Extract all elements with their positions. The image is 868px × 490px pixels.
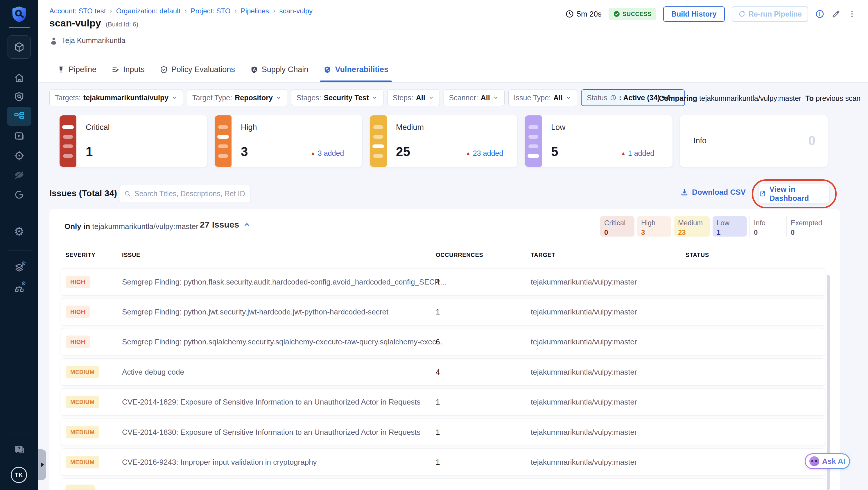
- search-input[interactable]: [134, 189, 245, 198]
- build-duration: 5m 20s: [565, 9, 601, 19]
- chip-low-value: 1: [717, 228, 720, 236]
- chip-high[interactable]: High 3: [637, 216, 671, 237]
- sidebar-item-settings[interactable]: ⚙: [0, 225, 38, 238]
- triggered-by-user: Teja Kummarikuntla: [50, 36, 125, 45]
- chip-critical-label: Critical: [604, 219, 630, 227]
- chevron-up-icon: [243, 221, 251, 228]
- low-severity-rail-icon: [525, 115, 542, 167]
- chevron-down-icon: [428, 94, 434, 101]
- edit-pipeline-icon[interactable]: [831, 9, 841, 19]
- chip-low-label: Low: [717, 219, 743, 227]
- table-row[interactable]: MEDIUM CVE-2014-1830: Exposure of Sensit…: [61, 419, 825, 446]
- breadcrumb-current-pipeline[interactable]: scan-vulpy: [279, 7, 313, 15]
- sidebar-expand-handle[interactable]: [38, 449, 46, 480]
- table-row[interactable]: HIGH Semgrep Finding: python.sqlalchemy.…: [61, 329, 825, 355]
- tab-inputs[interactable]: Inputs: [104, 57, 152, 82]
- filter-issue-type-value: All: [553, 94, 563, 102]
- low-card[interactable]: Low 5 ▲ 1 added: [525, 115, 673, 167]
- shield-scan-icon: [14, 91, 25, 102]
- col-occurrences: OCCURRENCES: [436, 252, 483, 258]
- sidebar-item-pipelines-active[interactable]: [7, 106, 31, 126]
- breadcrumb-account[interactable]: Account: STO test: [50, 7, 106, 15]
- target-icon: [14, 150, 25, 161]
- filter-targets-label: Targets:: [55, 94, 81, 102]
- target-value: tejakummarikuntla/vulpy:master: [531, 307, 637, 316]
- more-options-kebab-icon[interactable]: [848, 9, 857, 18]
- filter-target-type[interactable]: Target Type: Repository: [187, 89, 287, 106]
- rerun-pipeline-button[interactable]: Re-run Pipeline: [732, 6, 808, 22]
- view-in-dashboard-button[interactable]: View in Dashboard: [759, 184, 829, 204]
- issues-search[interactable]: [119, 185, 250, 202]
- filter-scanner[interactable]: Scanner: All: [443, 89, 504, 106]
- chevron-down-icon: [372, 94, 378, 101]
- filter-target-type-label: Target Type:: [192, 94, 232, 102]
- comparing-baseline[interactable]: previous scan: [816, 94, 861, 102]
- chip-medium[interactable]: Medium 23: [674, 216, 710, 237]
- table-row[interactable]: HIGH Semgrep Finding: python.flask.secur…: [61, 269, 825, 295]
- tab-vulnerabilities-active[interactable]: Vulnerabilities: [316, 57, 396, 82]
- target-value: tejakummarikuntla/vulpy:master: [531, 368, 637, 377]
- download-csv-button[interactable]: Download CSV: [680, 188, 746, 197]
- high-card[interactable]: High 3 ▲ 3 added: [215, 115, 362, 167]
- sidebar-item-org-structure[interactable]: ⚙: [0, 282, 38, 294]
- external-link-icon: [759, 190, 766, 198]
- critical-card[interactable]: Critical 1: [60, 115, 207, 167]
- tab-policy-evaluations[interactable]: Policy Evaluations: [152, 57, 243, 82]
- breadcrumb-separator: ›: [110, 7, 112, 15]
- sidebar-item-home[interactable]: [0, 72, 38, 84]
- help-chat-icon: ?: [13, 445, 25, 456]
- triangle-up-icon: ▲: [311, 151, 315, 156]
- medium-card-label: Medium: [396, 123, 424, 132]
- low-card-label: Low: [551, 123, 566, 132]
- target-value: tejakummarikuntla/vulpy:master: [531, 428, 637, 437]
- ask-ai-button[interactable]: Ask AI: [805, 453, 850, 469]
- filter-issue-type[interactable]: Issue Type: All: [508, 89, 577, 106]
- hierarchy-gear-icon: ⚙: [14, 282, 24, 293]
- sidebar-item-exemptions[interactable]: [0, 169, 38, 181]
- breadcrumb-project[interactable]: Project: STO: [191, 7, 230, 15]
- info-icon[interactable]: [815, 9, 825, 19]
- build-history-button[interactable]: Build History: [663, 6, 725, 22]
- issue-title: CVE-2014-1830: Exposure of Sensitive Inf…: [122, 428, 421, 437]
- medium-card[interactable]: Medium 25 ▲ 23 added: [370, 115, 517, 167]
- sidebar-item-ticket-settings[interactable]: [0, 189, 38, 201]
- group-issue-count-toggle[interactable]: 27 Issues: [200, 220, 251, 229]
- critical-severity-rail-icon: [60, 115, 76, 167]
- triangle-up-icon: ▲: [466, 151, 471, 156]
- filter-stages[interactable]: Stages: Security Test: [291, 89, 383, 106]
- info-card[interactable]: Info 0: [680, 115, 828, 167]
- filter-steps[interactable]: Steps: All: [387, 89, 440, 106]
- table-row[interactable]: MEDIUM CVE-2014-1829: Exposure of Sensit…: [61, 389, 825, 415]
- sidebar-item-overview[interactable]: [0, 91, 38, 103]
- user-avatar[interactable]: TK: [11, 467, 27, 483]
- table-row[interactable]: [61, 479, 825, 490]
- sidebar-item-default-settings[interactable]: ⚙: [0, 262, 38, 274]
- chip-medium-value: 23: [678, 228, 686, 236]
- harness-sto-logo[interactable]: [0, 4, 38, 24]
- chip-low[interactable]: Low 1: [713, 216, 747, 237]
- executions-play-icon: [14, 130, 25, 142]
- tab-pipeline-label: Pipeline: [68, 65, 96, 74]
- sidebar-item-targets[interactable]: [0, 150, 38, 162]
- tab-pipeline[interactable]: Pipeline: [50, 57, 104, 82]
- filter-targets[interactable]: Targets: tejakummarikuntla/vulpy: [50, 89, 183, 106]
- filter-steps-label: Steps:: [393, 94, 413, 102]
- sidebar-item-executions[interactable]: [0, 130, 38, 142]
- sidebar-item-help[interactable]: ?: [0, 443, 38, 457]
- chevron-down-icon: [275, 94, 282, 101]
- chip-critical[interactable]: Critical 0: [600, 216, 634, 237]
- table-row[interactable]: MEDIUM Active debug code 4 tejakummariku…: [61, 359, 825, 386]
- avatar-initials: TK: [15, 472, 23, 479]
- module-selector-button[interactable]: [7, 35, 31, 59]
- severity-badge: [66, 485, 95, 490]
- critical-card-count: 1: [86, 145, 93, 159]
- tab-supply-chain-label: Supply Chain: [262, 65, 309, 74]
- tab-supply-chain[interactable]: Supply Chain: [243, 57, 316, 82]
- breadcrumb-pipelines[interactable]: Pipelines: [241, 7, 269, 15]
- chip-exempted[interactable]: Exempted 0: [786, 216, 820, 237]
- table-row[interactable]: MEDIUM CVE-2016-9243: Improper input val…: [61, 449, 825, 476]
- chip-info[interactable]: Info 0: [749, 216, 784, 237]
- table-row[interactable]: HIGH Semgrep Finding: python.jwt.securit…: [61, 299, 825, 325]
- inputs-tab-icon: [112, 66, 120, 74]
- breadcrumb-organization[interactable]: Organization: default: [116, 7, 180, 15]
